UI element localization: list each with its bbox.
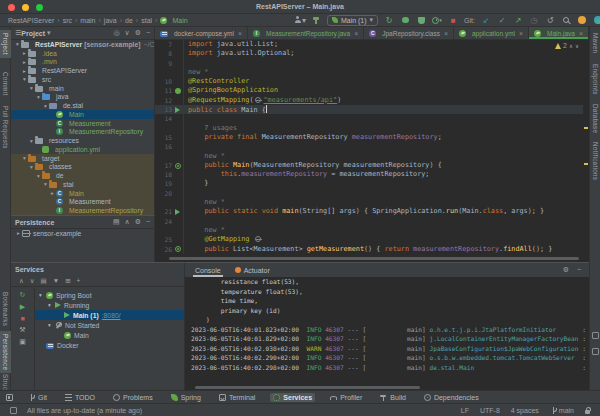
project-tree-item-de-stal[interactable]: ▾de.stal [11, 101, 154, 110]
services-toolbar-icon[interactable]: ▤ [41, 277, 47, 285]
status-vcs-icon[interactable] [10, 407, 17, 414]
toolwindow-button-problems[interactable]: Problems [110, 393, 156, 402]
editor-tab-docker-compose-yml[interactable]: docker-compose.yml× [155, 27, 248, 39]
print-icon[interactable] [592, 332, 599, 339]
close-tab-icon[interactable]: × [444, 30, 448, 37]
project-tree-item-measurementrepository[interactable]: IMeasurementRepository [11, 206, 154, 215]
tree-chevron-icon[interactable]: ▾ [28, 85, 35, 91]
services-run-icon[interactable]: ↻ [20, 291, 26, 299]
tool-strip-item-project[interactable]: Project [0, 30, 11, 58]
editor-tab-application-yml[interactable]: application.yml× [454, 27, 529, 39]
tree-chevron-icon[interactable]: ▾ [21, 76, 28, 82]
toolwindow-button-spring[interactable]: Spring [168, 393, 204, 402]
tree-chevron-icon[interactable]: ▾ [28, 138, 35, 144]
tool-strip-item-bookmarks[interactable]: Bookmarks [0, 289, 11, 329]
git-update-button[interactable]: ↙ [481, 15, 491, 25]
tree-chevron-icon[interactable]: ▾ [28, 164, 35, 170]
editor-tab-measurementrepository-java[interactable]: IMeasurementRepository.java× [248, 27, 364, 39]
services-toolbar-icon[interactable]: ∨ [30, 277, 35, 285]
services-toolbar-icon[interactable]: ⊞ [65, 277, 70, 285]
toolwindow-button-services[interactable]: Services [270, 393, 315, 402]
tree-chevron-icon[interactable]: ▾ [48, 322, 55, 328]
project-tree-item--mvn[interactable]: ▸.mvn [11, 58, 154, 67]
toolwindow-button-todo[interactable]: TODO [62, 393, 98, 402]
persistence-header-icon[interactable]: ▤ [113, 218, 120, 225]
profiler-button[interactable]: ▾ [432, 15, 442, 25]
tree-chevron-icon[interactable]: ▾ [39, 292, 46, 298]
services-run-icon[interactable]: ▶ [20, 303, 25, 311]
tree-chevron-icon[interactable]: ▾ [14, 41, 21, 47]
url-inlay-icon[interactable] [255, 97, 261, 103]
tree-chevron-icon[interactable]: ▾ [48, 302, 55, 308]
console-horizontal-scrollbar[interactable] [195, 386, 420, 389]
tool-strip-item-endpoints[interactable]: Endpoints [590, 61, 600, 98]
project-tree-item-classes[interactable]: ▾classes [11, 163, 154, 172]
service-item-running[interactable]: ▾Running [35, 300, 184, 310]
project-tree-item-stal[interactable]: ▾stal [11, 180, 154, 189]
chevron-down-icon[interactable]: ▾ [47, 29, 51, 37]
tree-chevron-icon[interactable]: ▸ [49, 190, 56, 196]
warning-stripe-mark[interactable] [584, 127, 588, 129]
tree-chevron-icon[interactable]: ▸ [21, 68, 28, 74]
persistence-header-icon[interactable]: ∧ [125, 218, 130, 225]
search-everywhere-icon[interactable] [561, 15, 571, 25]
bean-gutter-icon[interactable] [175, 246, 181, 252]
project-tree-item-src[interactable]: ▾src [11, 75, 154, 84]
service-item-main[interactable]: Main [35, 330, 184, 340]
tool-strip-item-pull-requests[interactable]: Pull Requests [0, 103, 11, 152]
project-tree-item-restapiserver[interactable]: ▸RestAPIServer [11, 66, 154, 75]
status-item[interactable]: LF [461, 407, 469, 414]
project-tree-item-measurement[interactable]: CMeasurement [11, 119, 154, 128]
breadcrumb-item[interactable]: RestAPIServer [8, 17, 54, 24]
tool-strip-item-database[interactable]: Database [590, 101, 600, 136]
url-inlay-icon[interactable] [255, 236, 261, 242]
breadcrumb-leaf[interactable]: Main [160, 17, 187, 24]
rerun-button[interactable]: ↻ [384, 15, 394, 25]
tool-strip-item-maven[interactable]: Maven [590, 30, 600, 56]
toolwindow-button-git[interactable]: Git [25, 393, 50, 402]
services-run-icon[interactable]: ■ [20, 315, 24, 322]
project-header-icon[interactable]: ∨ [125, 29, 130, 36]
toolwindow-button-terminal[interactable]: Terminal [216, 393, 258, 402]
toolwindow-button-build[interactable]: Build [377, 393, 409, 402]
debug-button[interactable] [400, 15, 410, 25]
project-tree-item-restapiserver[interactable]: ▾RestAPIServer [sensor-example]~/Code/Re… [11, 40, 154, 49]
editor-tab-main-java[interactable]: Main.java× [529, 27, 589, 39]
toolwindow-button-profiler[interactable]: Profiler [327, 393, 365, 402]
spring-gutter-icon[interactable] [175, 88, 181, 94]
editor-tab-jparepository-class[interactable]: CJpaRepository.class× [364, 27, 454, 39]
services-toolbar-icon[interactable]: + [77, 277, 81, 284]
tool-strip-item-notifications[interactable]: Notifications [590, 139, 600, 183]
tool-strip-item-persistence[interactable]: Persistence [0, 331, 11, 373]
tree-chevron-icon[interactable]: ▾ [35, 94, 42, 100]
console-output[interactable]: resistance float(53), temperature float(… [185, 277, 589, 385]
status-git-branch[interactable]: main [550, 407, 574, 414]
breadcrumb-item[interactable]: de [125, 17, 133, 24]
project-tree-item-main[interactable]: Main [11, 110, 154, 119]
project-tree-item-measurementrepository[interactable]: IMeasurementRepository [11, 128, 154, 137]
tree-chevron-icon[interactable]: ▾ [42, 181, 49, 187]
console-header-icon[interactable]: − [577, 266, 581, 274]
project-tree-item-main[interactable]: ▸CMain [11, 189, 154, 198]
service-item-docker[interactable]: Docker [35, 340, 184, 350]
service-port-link[interactable]: :8080/ [102, 312, 121, 319]
project-tree-item-main[interactable]: ▾main [11, 84, 154, 93]
project-tree-item-de[interactable]: ▾de [11, 171, 154, 180]
service-item-main-1-[interactable]: Main (1):8080/ [35, 310, 184, 320]
tree-chevron-icon[interactable]: ▾ [21, 155, 28, 161]
project-header-icon[interactable]: − [146, 29, 150, 36]
coverage-button[interactable] [416, 15, 426, 25]
editor-horizontal-scrollbar[interactable] [169, 257, 579, 260]
toolwindow-button-dependencies[interactable]: Dependencies [421, 393, 482, 402]
service-item-spring-boot[interactable]: ▾Spring Boot [35, 290, 184, 300]
project-header-icon[interactable]: ◎ [113, 29, 119, 36]
bean-gutter-icon[interactable] [175, 163, 181, 169]
build-hammer-icon[interactable] [311, 15, 321, 25]
project-tree-item-application-yml[interactable]: application.yml [11, 145, 154, 154]
close-tab-icon[interactable]: × [354, 30, 358, 37]
tree-chevron-icon[interactable]: ▾ [35, 173, 42, 179]
warning-stripe-mark[interactable] [584, 163, 588, 165]
breadcrumb-item[interactable]: stal [141, 17, 152, 24]
console-tab-console[interactable]: Console [193, 263, 223, 277]
services-run-icon[interactable]: ▣ [19, 338, 26, 346]
